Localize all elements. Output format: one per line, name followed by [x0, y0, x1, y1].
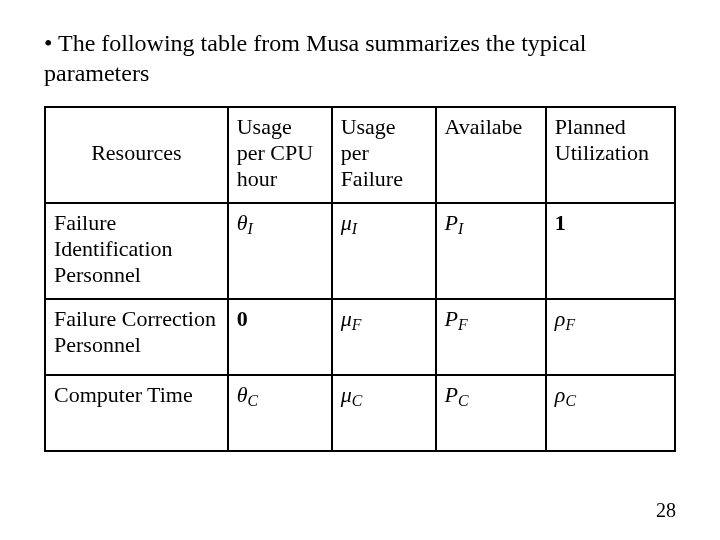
- row-label: Failure Correction Personnel: [45, 299, 228, 375]
- row-label: Computer Time: [45, 375, 228, 451]
- bullet-line: • The following table from Musa summariz…: [44, 28, 676, 88]
- cell-symbol: θI: [228, 203, 332, 299]
- table-row: Failure Correction Personnel 0 μF PF ρF: [45, 299, 675, 375]
- cell-symbol: ρF: [546, 299, 675, 375]
- col-header-available: Availabe: [436, 107, 546, 203]
- cell-symbol: μC: [332, 375, 436, 451]
- cell-symbol: 0: [228, 299, 332, 375]
- cell-symbol: PF: [436, 299, 546, 375]
- slide: • The following table from Musa summariz…: [0, 0, 720, 540]
- col-header-usage-cpu-hour: Usage per CPU hour: [228, 107, 332, 203]
- cell-symbol: 1: [546, 203, 675, 299]
- cell-symbol: θC: [228, 375, 332, 451]
- col-header-usage-failure: Usage per Failure: [332, 107, 436, 203]
- page-number: 28: [656, 499, 676, 522]
- col-header-resources: Resources: [45, 107, 228, 203]
- cell-symbol: μF: [332, 299, 436, 375]
- cell-symbol: μI: [332, 203, 436, 299]
- bullet-marker: •: [44, 30, 58, 56]
- table-header-row: Resources Usage per CPU hour Usage per F…: [45, 107, 675, 203]
- col-header-planned-utilization: Planned Utilization: [546, 107, 675, 203]
- cell-symbol: ρC: [546, 375, 675, 451]
- cell-symbol: PC: [436, 375, 546, 451]
- table-row: Computer Time θC μC PC ρC: [45, 375, 675, 451]
- cell-symbol: PI: [436, 203, 546, 299]
- row-label: Failure Identification Personnel: [45, 203, 228, 299]
- bullet-text: The following table from Musa summarizes…: [44, 30, 587, 86]
- musa-parameters-table: Resources Usage per CPU hour Usage per F…: [44, 106, 676, 452]
- table-row: Failure Identification Personnel θI μI P…: [45, 203, 675, 299]
